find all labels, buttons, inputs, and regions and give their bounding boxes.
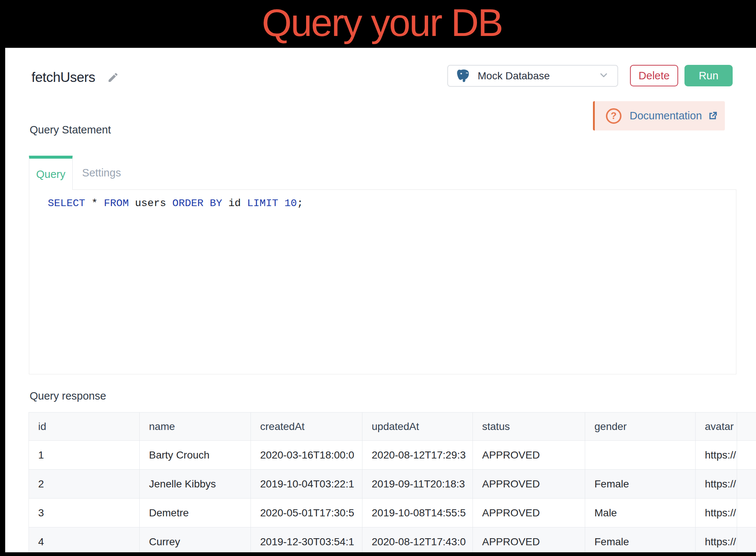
sql-token: users <box>129 198 172 209</box>
documentation-callout: ? Documentation <box>593 101 725 130</box>
table-header-row: idnamecreatedAtupdatedAtstatusgenderavat… <box>29 413 756 441</box>
sql-token: 10 <box>285 198 297 209</box>
table-cell <box>585 441 696 470</box>
response-table: idnamecreatedAtupdatedAtstatusgenderavat… <box>29 412 756 552</box>
table-cell: APPROVED <box>473 527 585 553</box>
sql-token: SELECT <box>48 198 85 209</box>
table-cell: Female <box>585 527 696 553</box>
table-header-cell: createdAt <box>251 413 362 441</box>
table-cell: https:// <box>696 527 737 553</box>
table-cell <box>737 441 756 470</box>
table-header-cell: avatar <box>696 413 737 441</box>
table-cell: Currey <box>140 527 251 553</box>
table-cell: Barty Crouch <box>140 441 251 470</box>
table-header-cell: status <box>473 413 585 441</box>
table-cell: 4 <box>29 527 140 553</box>
sql-token: ; <box>297 198 303 209</box>
table-cell: 2020-03-16T18:00:0 <box>251 441 362 470</box>
table-cell: 2020-05-01T17:30:5 <box>251 499 362 527</box>
run-button[interactable]: Run <box>684 65 733 86</box>
postgresql-icon <box>456 69 471 83</box>
chevron-down-icon[interactable] <box>598 70 609 82</box>
table-header-cell <box>737 413 756 441</box>
table-cell: APPROVED <box>473 470 585 499</box>
table-cell: 2019-09-11T20:18:3 <box>362 470 473 499</box>
external-link-icon <box>707 110 718 122</box>
table-cell: https:// <box>696 441 737 470</box>
table-row: 3Demetre2020-05-01T17:30:52019-10-08T14:… <box>29 499 756 527</box>
table-cell <box>737 499 756 527</box>
table-header-cell: gender <box>585 413 696 441</box>
sql-token: LIMIT <box>247 198 278 209</box>
table-cell: Male <box>585 499 696 527</box>
table-cell: Demetre <box>140 499 251 527</box>
table-header-cell: id <box>29 413 140 441</box>
query-response-label: Query response <box>30 390 106 402</box>
tab-query[interactable]: Query <box>29 156 73 190</box>
title-row: fetchUsers <box>32 66 119 89</box>
banner-title: Query your DB <box>0 0 756 45</box>
tab-bar: Query Settings <box>29 156 736 190</box>
table-cell: 2019-10-08T14:55:5 <box>362 499 473 527</box>
sql-token: ORDER BY <box>172 198 222 209</box>
table-row: 1Barty Crouch2020-03-16T18:00:02020-08-1… <box>29 441 756 470</box>
delete-button[interactable]: Delete <box>630 65 678 86</box>
tab-settings[interactable]: Settings <box>73 156 130 190</box>
table-cell: 2020-08-12T17:29:3 <box>362 441 473 470</box>
table-body: 1Barty Crouch2020-03-16T18:00:02020-08-1… <box>29 441 756 553</box>
table-cell <box>737 527 756 553</box>
top-banner: Query your DB <box>0 0 756 48</box>
query-name: fetchUsers <box>32 70 95 85</box>
table-cell: APPROVED <box>473 441 585 470</box>
edit-pencil-icon[interactable] <box>107 72 119 83</box>
documentation-label: Documentation <box>630 110 702 122</box>
table-cell: https:// <box>696 470 737 499</box>
table-header-cell: updatedAt <box>362 413 473 441</box>
table-cell: https:// <box>696 499 737 527</box>
table-cell: 2019-12-30T03:54:1 <box>251 527 362 553</box>
query-app-panel: fetchUsers Mock Database Delete Run <box>5 48 756 552</box>
help-circle-icon: ? <box>606 108 621 124</box>
table-cell: APPROVED <box>473 499 585 527</box>
table-cell: Jenelle Kibbys <box>140 470 251 499</box>
table-row: 4Currey2019-12-30T03:54:12020-08-12T17:4… <box>29 527 756 553</box>
table-header-cell: name <box>140 413 251 441</box>
sql-token: FROM <box>104 198 129 209</box>
table-cell: Female <box>585 470 696 499</box>
query-statement-label: Query Statement <box>30 124 111 136</box>
sql-token: id <box>222 198 247 209</box>
database-selector[interactable]: Mock Database <box>447 65 618 87</box>
sql-code-line: SELECT * FROM users ORDER BY id LIMIT 10… <box>48 196 736 211</box>
sql-token: * <box>85 198 104 209</box>
sql-token <box>278 198 285 209</box>
table-cell: 1 <box>29 441 140 470</box>
table-cell: 2020-08-12T17:43:0 <box>362 527 473 553</box>
response-table-container: idnamecreatedAtupdatedAtstatusgenderavat… <box>29 412 756 552</box>
table-cell <box>737 470 756 499</box>
database-selector-value: Mock Database <box>478 70 550 82</box>
table-cell: 2019-10-04T03:22:1 <box>251 470 362 499</box>
screenshot-root: Query your DB fetchUsers Mock Database <box>0 0 756 556</box>
documentation-link[interactable]: Documentation <box>630 110 718 122</box>
table-row: 2Jenelle Kibbys2019-10-04T03:22:12019-09… <box>29 470 756 499</box>
table-cell: 3 <box>29 499 140 527</box>
sql-editor[interactable]: SELECT * FROM users ORDER BY id LIMIT 10… <box>29 190 736 374</box>
table-cell: 2 <box>29 470 140 499</box>
